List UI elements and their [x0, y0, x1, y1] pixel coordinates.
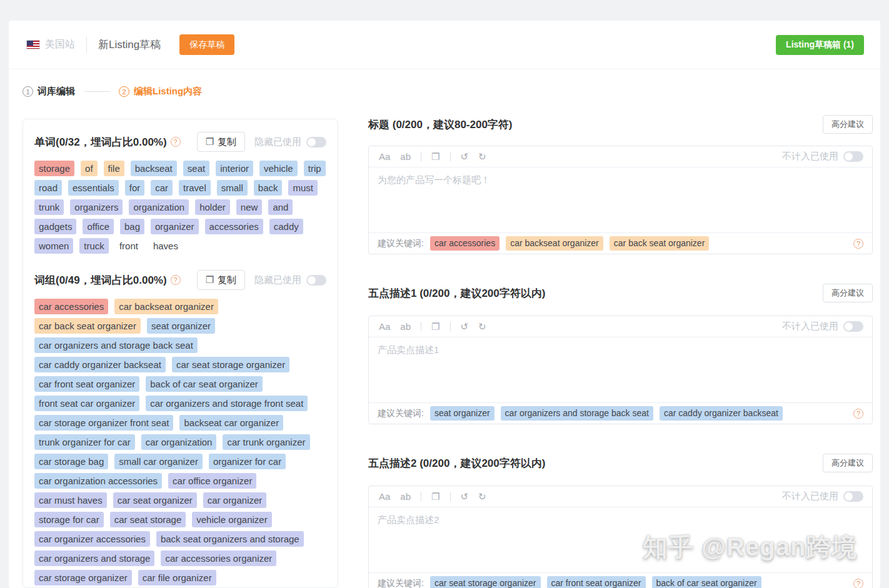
copy-words-button[interactable]: ❐ 复制	[197, 132, 245, 152]
keyword-tag[interactable]: car caddy organizer backseat	[660, 406, 783, 421]
exclude-used-toggle[interactable]	[843, 321, 863, 332]
high-score-suggestion-button[interactable]: 高分建议	[823, 284, 873, 302]
hide-used-toggle[interactable]	[306, 275, 326, 286]
format-case-button[interactable]: Aa	[379, 151, 390, 162]
keyword-tag[interactable]: and	[268, 199, 293, 215]
keyword-tag[interactable]: car organization	[141, 434, 217, 450]
keyword-tag[interactable]: organization	[129, 199, 189, 215]
keyword-tag[interactable]: truck	[79, 238, 109, 254]
title-text-input[interactable]: 为您的产品写一个标题吧！	[369, 167, 872, 232]
keyword-tag[interactable]: car organizers and storage front seat	[146, 396, 308, 411]
keyword-tag[interactable]: car accessories organizer	[161, 551, 276, 566]
keyword-tag[interactable]: car organizers and storage	[34, 551, 154, 566]
keyword-tag[interactable]: vehicle organizer	[192, 512, 271, 527]
keyword-tag[interactable]: back	[254, 180, 283, 196]
keyword-tag[interactable]: back of car seat organizer	[652, 576, 761, 588]
exclude-used-toggle[interactable]	[843, 491, 863, 502]
redo-icon[interactable]: ↻	[478, 151, 486, 162]
keyword-tag[interactable]: seat organizer	[147, 318, 215, 334]
keyword-tag[interactable]: holder	[195, 199, 230, 215]
keyword-tag[interactable]: interior	[216, 161, 253, 176]
format-case-button[interactable]: Aa	[379, 491, 390, 502]
help-icon[interactable]: ?	[171, 137, 181, 147]
hide-used-toggle[interactable]	[306, 137, 326, 147]
keyword-tag[interactable]: vehicle	[259, 161, 298, 176]
undo-icon[interactable]: ↺	[461, 151, 469, 162]
keyword-tag[interactable]: car seat storage organizer	[430, 576, 541, 588]
keyword-tag[interactable]: backseat	[131, 161, 177, 176]
copy-phrases-button[interactable]: ❐ 复制	[197, 270, 245, 290]
undo-icon[interactable]: ↺	[461, 321, 469, 332]
keyword-tag[interactable]: back seat organizers and storage	[156, 531, 304, 547]
keyword-tag[interactable]: car organization accessories	[34, 473, 162, 489]
keyword-tag[interactable]: car organizer	[203, 492, 267, 508]
keyword-tag[interactable]: car organizers and storage back seat	[501, 406, 653, 421]
keyword-tag[interactable]: car seat organizer	[113, 492, 197, 508]
copy-icon[interactable]: ❐	[431, 491, 439, 502]
help-icon[interactable]: ?	[171, 275, 181, 285]
listing-draftbox-button[interactable]: Listing草稿箱 (1)	[776, 35, 864, 55]
copy-icon[interactable]: ❐	[431, 151, 439, 162]
keyword-tag[interactable]: car back seat organizer	[610, 236, 710, 251]
keyword-tag[interactable]: trunk	[34, 199, 64, 215]
step-1-thesaurus-edit[interactable]: 1 词库编辑	[23, 86, 75, 97]
keyword-tag[interactable]: travel	[179, 180, 211, 196]
keyword-tag[interactable]: car trunk organizer	[223, 434, 309, 450]
format-case-button[interactable]: Aa	[379, 321, 390, 332]
keyword-tag[interactable]: seat	[183, 161, 209, 176]
exclude-used-toggle[interactable]	[843, 151, 863, 162]
keyword-tag[interactable]: small	[217, 180, 248, 196]
keyword-tag[interactable]: backseat car organizer	[179, 415, 283, 431]
format-lowercase-button[interactable]: ab	[400, 321, 411, 332]
keyword-tag[interactable]: trip	[304, 161, 326, 176]
keyword-tag[interactable]: car must haves	[34, 492, 107, 508]
format-lowercase-button[interactable]: ab	[400, 491, 411, 502]
keyword-tag[interactable]: organizers	[70, 199, 123, 215]
help-icon[interactable]: ?	[853, 579, 863, 588]
redo-icon[interactable]: ↻	[478, 321, 486, 332]
keyword-tag[interactable]: bag	[120, 219, 144, 234]
keyword-tag[interactable]: office	[83, 219, 114, 234]
keyword-tag[interactable]: caddy	[269, 219, 303, 234]
keyword-tag[interactable]: car storage bag	[34, 454, 108, 469]
keyword-tag[interactable]: car front seat organizer	[34, 376, 139, 392]
keyword-tag[interactable]: accessories	[205, 219, 263, 234]
keyword-tag[interactable]: car front seat organizer	[547, 576, 646, 588]
keyword-tag[interactable]: haves	[149, 238, 183, 254]
keyword-tag[interactable]: essentials	[68, 180, 119, 196]
copy-icon[interactable]: ❐	[431, 321, 439, 332]
keyword-tag[interactable]: car office organizer	[168, 473, 256, 489]
keyword-tag[interactable]: car seat storage organizer	[172, 357, 289, 372]
high-score-suggestion-button[interactable]: 高分建议	[823, 454, 873, 472]
keyword-tag[interactable]: car storage organizer	[34, 570, 132, 586]
format-lowercase-button[interactable]: ab	[400, 151, 411, 162]
keyword-tag[interactable]: car	[151, 180, 173, 196]
keyword-tag[interactable]: car accessories	[34, 299, 108, 314]
keyword-tag[interactable]: front	[115, 238, 143, 254]
keyword-tag[interactable]: car caddy organizer backseat	[34, 357, 166, 372]
keyword-tag[interactable]: road	[34, 180, 62, 196]
keyword-tag[interactable]: back of car seat organizer	[146, 376, 263, 392]
keyword-tag[interactable]: car storage organizer front seat	[34, 415, 173, 431]
high-score-suggestion-button[interactable]: 高分建议	[823, 115, 873, 134]
bullet2-text-input[interactable]: 产品卖点描述2	[369, 507, 872, 572]
keyword-tag[interactable]: front seat car organizer	[34, 396, 139, 411]
undo-icon[interactable]: ↺	[461, 491, 469, 502]
keyword-tag[interactable]: car back seat organizer	[34, 318, 141, 334]
keyword-tag[interactable]: car organizers and storage back seat	[34, 337, 198, 353]
keyword-tag[interactable]: storage for car	[34, 512, 104, 527]
bullet1-text-input[interactable]: 产品卖点描述1	[369, 337, 872, 402]
keyword-tag[interactable]: organizer for car	[209, 454, 286, 469]
keyword-tag[interactable]: must	[288, 180, 318, 196]
step-2-edit-listing-content[interactable]: 2 编辑Listing内容	[119, 86, 202, 97]
redo-icon[interactable]: ↻	[478, 491, 486, 502]
keyword-tag[interactable]: gadgets	[34, 219, 76, 234]
keyword-tag[interactable]: car file organizer	[138, 570, 216, 586]
keyword-tag[interactable]: seat organizer	[430, 406, 495, 421]
keyword-tag[interactable]: for	[125, 180, 145, 196]
keyword-tag[interactable]: small car organizer	[114, 454, 203, 469]
keyword-tag[interactable]: trunk organizer for car	[34, 434, 135, 450]
keyword-tag[interactable]: women	[34, 238, 73, 254]
keyword-tag[interactable]: car seat storage	[110, 512, 186, 527]
keyword-tag[interactable]: car backseat organizer	[114, 299, 218, 314]
